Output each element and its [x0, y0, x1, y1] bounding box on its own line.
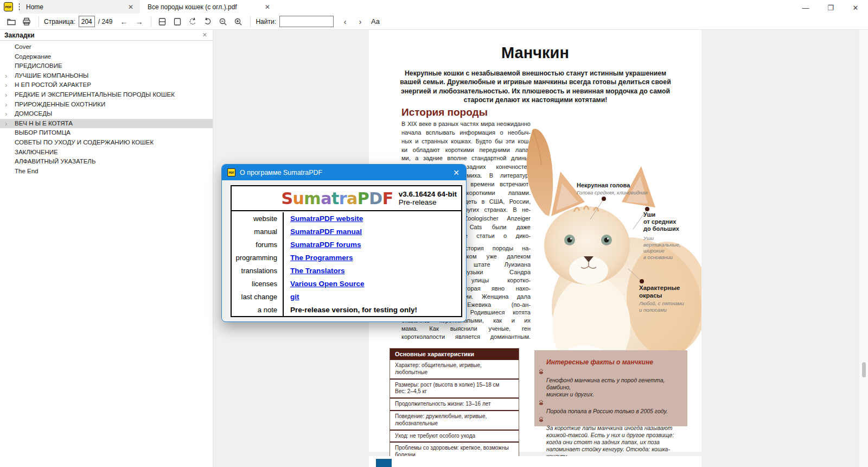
rotate-left-button[interactable]: [186, 15, 200, 28]
dialog-row-value[interactable]: SumatraPDF forums: [284, 238, 361, 251]
bookmark-item[interactable]: › ПРИРОЖДЕННЫЕ ОХОТНИКИ: [0, 100, 213, 110]
chevron-right-icon[interactable]: ›: [5, 90, 7, 100]
zoom-out-button[interactable]: [216, 15, 230, 28]
chevron-right-icon[interactable]: ›: [5, 80, 7, 90]
fit-width-button[interactable]: [155, 15, 169, 28]
fit-page-button[interactable]: [170, 15, 184, 28]
bookmark-label: АЛФАВИТНЫЙ УКАЗАТЕЛЬ: [15, 158, 95, 165]
toolbar: Страница: / 249 ← → Найти: ‹ › Aa: [0, 14, 868, 30]
bookmark-item[interactable]: › Содержание: [0, 52, 213, 62]
characteristics-table: Основные характеристики Характер: общите…: [390, 348, 519, 467]
page-number-input[interactable]: [79, 16, 95, 27]
bookmark-item[interactable]: › ЛУЧШИЕ КОМПАНЬОНЫ: [0, 71, 213, 81]
close-icon[interactable]: ✕: [126, 2, 136, 12]
bookmark-item[interactable]: › Н ЕП РОСТОЙ ХАРАКТЕР: [0, 80, 213, 90]
open-file-button[interactable]: [4, 15, 18, 28]
close-icon[interactable]: ✕: [453, 168, 459, 177]
rotate-right-button[interactable]: [201, 15, 215, 28]
tab-bar: PDF Home ✕ Все породы кошек (с огл.).pdf…: [0, 0, 868, 14]
zoom-in-button[interactable]: [231, 15, 245, 28]
dialog-row-value[interactable]: Various Open Source: [284, 277, 365, 290]
bookmark-item[interactable]: › РЕДКИЕ И ЭКСПЕРИМЕНТАЛЬНЫЕ ПОРОДЫ КОШЕ…: [0, 90, 213, 100]
characteristics-table-header: Основные характеристики: [390, 349, 519, 360]
annotation-dot: [640, 279, 644, 283]
restore-button[interactable]: ❐: [818, 0, 843, 15]
dialog-row: translations The Translators: [232, 264, 461, 277]
dialog-row-value[interactable]: The Translators: [284, 264, 345, 277]
bookmark-item[interactable]: › Cover: [0, 42, 213, 52]
logo-letter: P: [358, 189, 369, 208]
bookmark-label: ВЕЧ Н Ы Е КОТЯТА: [15, 120, 73, 127]
next-page-button[interactable]: →: [132, 15, 146, 28]
dialog-content-box: SumatraPDF v3.6.16424 64-bit Pre-release…: [231, 185, 462, 317]
chevron-right-icon[interactable]: ›: [5, 71, 7, 81]
bookmark-item[interactable]: › The End: [0, 167, 213, 176]
bookmarks-panel: Закладки ✕ › Cover › Содержание › ПРЕДИС…: [0, 30, 213, 467]
scrollbar-thumb[interactable]: [862, 362, 866, 377]
toolbar-separator: [39, 16, 39, 27]
bookmark-item[interactable]: › ВЕЧ Н Ы Е КОТЯТА: [0, 119, 213, 129]
logo-letter: D: [369, 189, 382, 208]
fact-text: Порода попала в Россию только в 2005 год…: [546, 408, 668, 414]
find-next-button[interactable]: ›: [353, 15, 367, 28]
dialog-row-label: manual: [232, 225, 284, 238]
close-window-button[interactable]: ✕: [843, 0, 868, 15]
bookmark-item[interactable]: › ДОМОСЕДЫ: [0, 109, 213, 119]
version-number: v3.6.16424 64-bit: [399, 190, 457, 198]
minimize-button[interactable]: —: [793, 0, 818, 15]
logo-letter: r: [339, 189, 347, 208]
bookmark-item[interactable]: › ПРЕДИСЛОВИЕ: [0, 61, 213, 71]
tab-document-title: Все породы кошек (с огл.).pdf: [148, 3, 263, 11]
bookmark-label: Н ЕП РОСТОЙ ХАРАКТЕР: [15, 81, 91, 88]
table-row: Размеры: рост (высота в холке) 15–18 см …: [390, 378, 519, 398]
table-row: Характер: общительные, игривые, любопытн…: [390, 360, 519, 378]
toolbar-separator: [151, 16, 151, 27]
bookmark-label: ПРЕДИСЛОВИЕ: [15, 62, 62, 69]
page-label: Страница:: [44, 18, 75, 26]
tab-home[interactable]: Home ✕: [20, 0, 140, 14]
toolbar-separator: [250, 16, 251, 27]
logo-letter: u: [293, 189, 304, 208]
dialog-row-value[interactable]: Pre-release version, for testing only!: [284, 303, 417, 316]
annotation-colors-title: Характерные окрасы: [639, 284, 680, 299]
prev-page-button[interactable]: ←: [117, 15, 131, 28]
annotation-dot: [645, 207, 649, 211]
fact-text: За короткие лапы манчкина иногда называю…: [546, 425, 674, 459]
bookmark-label: ДОМОСЕДЫ: [15, 110, 52, 117]
bookmark-item[interactable]: › АЛФАВИТНЫЙ УКАЗАТЕЛЬ: [0, 157, 213, 167]
vertical-scrollbar[interactable]: [859, 30, 868, 467]
bookmark-item[interactable]: › СОВЕТЫ ПО УХОДУ И СОДЕРЖАНИЮ КОШЕК: [0, 138, 213, 148]
find-prev-button[interactable]: ‹: [338, 15, 352, 28]
paw-icon: [539, 419, 543, 422]
dialog-row-value[interactable]: The Programmers: [284, 251, 353, 264]
logo-letter: t: [331, 189, 339, 208]
bookmark-label: ЗАКЛЮЧЕНИЕ: [15, 149, 58, 155]
breed-lead-paragraph: Некрупные кошки с незабываемой внешность…: [397, 69, 674, 104]
chevron-right-icon[interactable]: ›: [5, 100, 7, 110]
print-button[interactable]: [20, 15, 34, 28]
logo-letter: F: [382, 189, 393, 208]
chevron-right-icon[interactable]: ›: [5, 109, 7, 119]
bookmark-label: The End: [15, 168, 38, 174]
bookmark-label: РЕДКИЕ И ЭКСПЕРИМЕНТАЛЬНЫЕ ПОРОДЫ КОШЕК: [15, 91, 175, 98]
annotation-ears-sub: Уши вертикальные, широкие в основании: [643, 235, 681, 260]
bookmark-item[interactable]: › ВЫБОР ПИТОМЦА: [0, 128, 213, 138]
close-icon[interactable]: ✕: [202, 31, 207, 39]
dialog-row: a note Pre-release version, for testing …: [232, 303, 461, 316]
dialog-row-value[interactable]: SumatraPDF manual: [284, 225, 362, 238]
fact-text: Генофонд манчкина есть у пород генетта, …: [546, 377, 665, 397]
chevron-right-icon[interactable]: ›: [5, 119, 7, 129]
dialog-row-label: website: [232, 212, 284, 225]
dialog-titlebar[interactable]: PDF О программе SumatraPDF ✕: [222, 165, 466, 180]
dialog-row-value[interactable]: git: [284, 290, 299, 303]
dialog-row-label: forums: [232, 238, 284, 251]
fit-width-icon: [157, 17, 167, 27]
zoom-out-icon: [218, 17, 228, 27]
find-input[interactable]: [279, 16, 334, 27]
list-item: За короткие лапы манчкина иногда называю…: [546, 418, 681, 460]
dialog-row-value[interactable]: SumatraPDF website: [284, 212, 363, 225]
close-icon[interactable]: ✕: [263, 2, 272, 12]
match-case-button[interactable]: Aa: [368, 15, 382, 28]
bookmark-item[interactable]: › ЗАКЛЮЧЕНИЕ: [0, 148, 213, 157]
tab-document[interactable]: Все породы кошек (с огл.).pdf ✕: [141, 0, 277, 14]
